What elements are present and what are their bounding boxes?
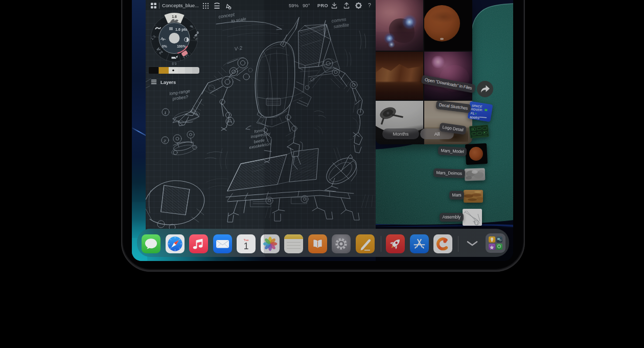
svg-text:?: ? bbox=[368, 2, 371, 8]
svg-text:1: 1 bbox=[244, 241, 249, 251]
svg-text:Concepts_blue...: Concepts_blue... bbox=[162, 3, 199, 8]
svg-text:PRO: PRO bbox=[317, 3, 328, 8]
svg-text:6.8: 6.8 bbox=[172, 62, 176, 66]
svg-text:1.6 pts: 1.6 pts bbox=[175, 27, 187, 32]
svg-text:FL=: FL= bbox=[470, 111, 477, 115]
svg-text:90°: 90° bbox=[303, 3, 310, 8]
svg-text:59%: 59% bbox=[289, 3, 299, 8]
svg-text:100%: 100% bbox=[177, 45, 186, 48]
svg-text:0%: 0% bbox=[162, 45, 167, 48]
svg-text:1.6: 1.6 bbox=[172, 15, 177, 18]
svg-text:Layers: Layers bbox=[160, 79, 176, 85]
